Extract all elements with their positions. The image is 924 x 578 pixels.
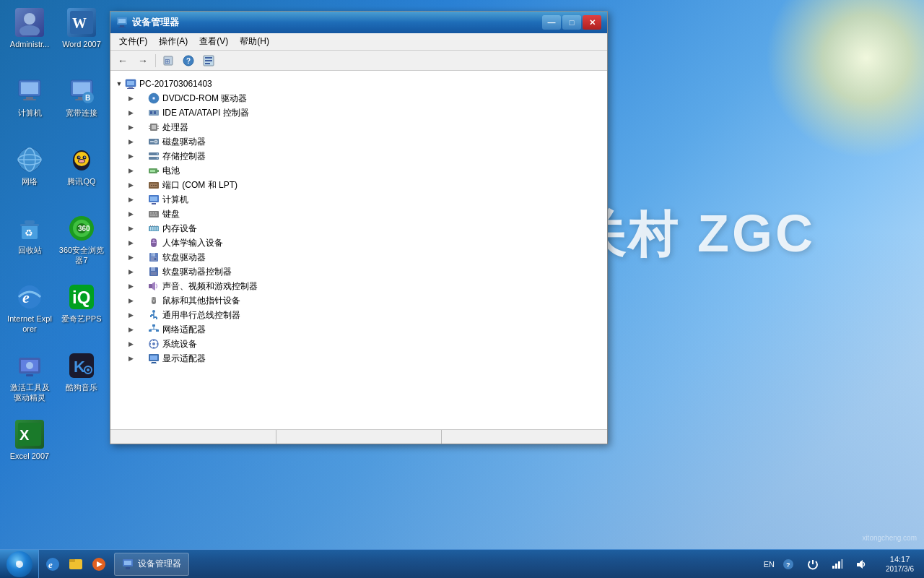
minimize-button[interactable]: — bbox=[542, 15, 561, 30]
toolbar-properties[interactable] bbox=[199, 53, 218, 69]
ide-icon bbox=[148, 107, 160, 118]
tree-item-port[interactable]: ▶ 端口 (COM 和 LPT) bbox=[110, 178, 607, 192]
expand-keyboard[interactable]: ▶ bbox=[125, 208, 136, 220]
toolbar-help[interactable]: ? bbox=[179, 53, 198, 69]
menu-file[interactable]: 文件(F) bbox=[113, 34, 153, 49]
taskbar-power-icon[interactable] bbox=[802, 553, 824, 575]
svg-rect-7 bbox=[23, 99, 36, 100]
expand-hid[interactable]: ▶ bbox=[125, 237, 136, 249]
tree-item-storage[interactable]: ▶ 存储控制器 bbox=[110, 149, 607, 163]
toolbar-refresh[interactable]: ⊞ bbox=[159, 53, 178, 69]
desktop-icon-kugo[interactable]: K 酷狗音乐 bbox=[56, 347, 108, 397]
expand-cpu[interactable]: ▶ bbox=[125, 121, 136, 133]
desktop-icon-broadband[interactable]: B 宽带连接 bbox=[56, 72, 108, 122]
expand-battery[interactable]: ▶ bbox=[125, 165, 136, 176]
desktop-icon-network[interactable]: 网络 bbox=[4, 141, 56, 191]
desktop-icon-qq[interactable]: 腾讯QQ bbox=[56, 141, 108, 191]
network-tree-icon bbox=[148, 324, 160, 335]
expand-sysdev[interactable]: ▶ bbox=[125, 338, 136, 350]
maximize-button[interactable]: □ bbox=[562, 15, 581, 30]
lang-indicator[interactable]: EN bbox=[764, 560, 775, 569]
tree-item-mouse[interactable]: ▶ 鼠标和其他指针设备 bbox=[110, 293, 607, 308]
svg-rect-159 bbox=[124, 561, 131, 565]
tree-item-floppy[interactable]: ▶ 软盘驱动器 bbox=[110, 250, 607, 264]
svg-rect-41 bbox=[26, 374, 33, 376]
desktop-icon-recycle[interactable]: ♻ 回收站 bbox=[4, 210, 56, 259]
taskbar-devmgr-app[interactable]: 设备管理器 bbox=[114, 553, 189, 576]
taskbar-right: EN ? bbox=[754, 553, 924, 575]
expand-network[interactable]: ▶ bbox=[125, 324, 136, 335]
tree-item-cpu[interactable]: ▶ 处理器 bbox=[110, 120, 607, 134]
display-label: 显示适配器 bbox=[162, 353, 206, 365]
desktop-icon-admin[interactable]: Administr... bbox=[4, 4, 56, 53]
desktop-icon-ie[interactable]: e Internet Explorer bbox=[4, 278, 56, 339]
taskbar-volume-icon[interactable] bbox=[851, 553, 873, 575]
desktop-icon-excel[interactable]: X Excel 2007 bbox=[4, 415, 56, 465]
expand-floppy-ctrl[interactable]: ▶ bbox=[125, 266, 136, 277]
sysdev-label: 系统设备 bbox=[162, 338, 197, 350]
tools-label: 激活工具及驱动精灵 bbox=[6, 382, 53, 403]
expand-storage[interactable]: ▶ bbox=[125, 150, 136, 162]
hid-label: 人体学输入设备 bbox=[162, 237, 223, 249]
expand-ide[interactable]: ▶ bbox=[125, 107, 136, 118]
menu-action[interactable]: 操作(A) bbox=[153, 34, 193, 49]
ie-label: Internet Explorer bbox=[6, 314, 53, 335]
desktop-icon-computer[interactable]: 计算机 bbox=[4, 72, 56, 122]
disk-icon bbox=[148, 136, 160, 147]
svg-rect-96 bbox=[150, 212, 152, 214]
svg-text:?: ? bbox=[786, 561, 790, 569]
expand-dvd[interactable]: ▶ bbox=[125, 92, 136, 104]
expand-usb[interactable]: ▶ bbox=[125, 309, 136, 321]
close-button[interactable]: ✕ bbox=[583, 15, 601, 30]
svg-point-66 bbox=[153, 98, 154, 99]
tree-item-hid[interactable]: ▶ 人体学输入设备 bbox=[110, 236, 607, 250]
start-button[interactable] bbox=[0, 550, 39, 579]
desktop-icon-word[interactable]: W Word 2007 bbox=[56, 4, 108, 53]
tree-item-computer2[interactable]: ▶ 计算机 bbox=[110, 192, 607, 207]
tree-item-root[interactable]: ▼ PC-201703061403 bbox=[110, 77, 607, 91]
menu-help[interactable]: 帮助(H) bbox=[234, 34, 275, 49]
tree-item-battery[interactable]: ▶ 电池 bbox=[110, 163, 607, 178]
toolbar-back[interactable]: ← bbox=[113, 53, 132, 69]
tree-item-memory[interactable]: ▶ bbox=[110, 221, 607, 236]
expand-computer2[interactable]: ▶ bbox=[125, 194, 136, 205]
window-content[interactable]: ▼ PC-201703061403 ▶ bbox=[110, 71, 607, 429]
menu-view[interactable]: 查看(V) bbox=[193, 34, 234, 49]
tree-item-sysdev[interactable]: ▶ 系统设备 bbox=[110, 337, 607, 351]
desktop-icon-tools[interactable]: 激活工具及驱动精灵 bbox=[4, 347, 56, 407]
expand-mouse[interactable]: ▶ bbox=[125, 295, 136, 306]
tree-item-usb[interactable]: ▶ 通用串行总线控制器 bbox=[110, 308, 607, 322]
expand-root[interactable]: ▼ bbox=[113, 78, 125, 90]
expand-floppy[interactable]: ▶ bbox=[125, 251, 136, 263]
tree-item-disk[interactable]: ▶ 磁盘驱动器 bbox=[110, 134, 607, 149]
tree-item-ide[interactable]: ▶ IDE ATA/ATAPI 控制器 bbox=[110, 105, 607, 120]
svg-point-34 bbox=[18, 285, 41, 309]
tree-item-dvd[interactable]: ▶ DVD/CD-ROM 驱动器 bbox=[110, 91, 607, 105]
tree-item-display[interactable]: ▶ 显示适配器 bbox=[110, 351, 607, 366]
disk-label: 磁盘驱动器 bbox=[162, 136, 206, 148]
svg-point-118 bbox=[154, 258, 157, 260]
tree-item-keyboard[interactable]: ▶ 键盘 bbox=[110, 207, 607, 221]
expand-display[interactable]: ▶ bbox=[125, 353, 136, 364]
expand-port[interactable]: ▶ bbox=[125, 179, 136, 191]
clock-display[interactable]: 14:17 2017/3/6 bbox=[881, 554, 918, 574]
tree-item-network[interactable]: ▶ 网络适配器 bbox=[110, 322, 607, 337]
desktop-icon-iqiyi[interactable]: iQ 爱奇艺PPS bbox=[56, 278, 108, 328]
toolbar-forward[interactable]: → bbox=[134, 53, 152, 69]
svg-point-82 bbox=[157, 153, 158, 155]
desktop-icon-360[interactable]: 360 360安全浏览器7 bbox=[56, 210, 108, 270]
tree-item-floppy-ctrl[interactable]: ▶ 软盘驱动器控制器 bbox=[110, 264, 607, 279]
taskbar-ie-icon[interactable]: e bbox=[42, 553, 64, 575]
mouse-icon bbox=[148, 295, 160, 306]
tree-item-sound[interactable]: ▶ 声音、视频和游戏控制器 bbox=[110, 279, 607, 293]
expand-disk[interactable]: ▶ bbox=[125, 136, 136, 147]
usb-icon bbox=[148, 309, 160, 321]
floppy-icon bbox=[148, 251, 160, 263]
svg-rect-166 bbox=[841, 559, 843, 569]
taskbar-network-tray-icon[interactable] bbox=[827, 553, 848, 575]
taskbar-explorer-icon[interactable] bbox=[65, 553, 87, 575]
expand-sound[interactable]: ▶ bbox=[125, 280, 136, 292]
expand-memory[interactable]: ▶ bbox=[125, 223, 136, 234]
taskbar-media-icon[interactable] bbox=[88, 553, 110, 575]
taskbar-help-icon[interactable]: ? bbox=[777, 553, 799, 575]
